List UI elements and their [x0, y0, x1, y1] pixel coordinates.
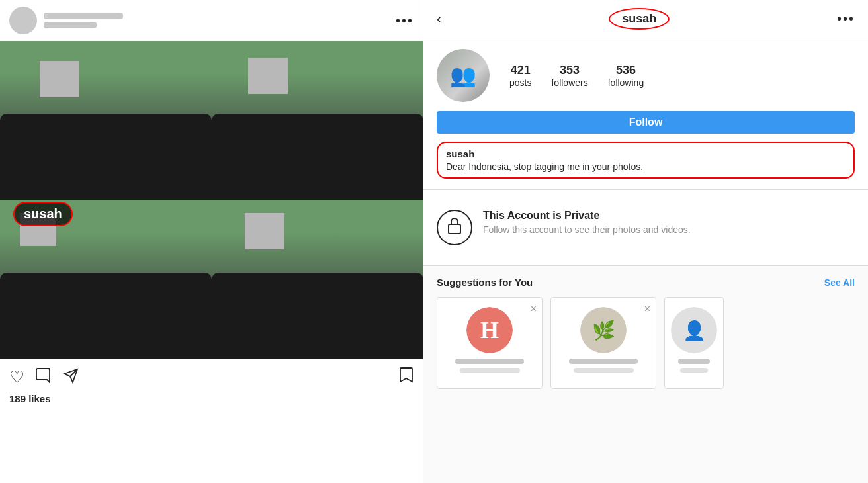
suggestion-avatar-1: H [466, 307, 513, 353]
profile-info: 👥 421 posts 353 followers 536 following [423, 38, 868, 190]
clothing-4 [212, 273, 423, 359]
share-icon[interactable] [63, 368, 79, 386]
heart-icon[interactable]: ♡ [9, 369, 24, 386]
profile-username-top: susah [609, 8, 670, 30]
suggestion-name-2 [569, 359, 638, 364]
profile-bio: susah Dear Indonesia, stop tagging me in… [437, 142, 855, 179]
private-desc: Follow this account to see their photos … [483, 224, 691, 235]
photo-grid: senang bersama susah [0, 41, 423, 359]
profile-more-button[interactable]: ••• [837, 11, 855, 26]
back-button[interactable]: ‹ [437, 11, 441, 28]
comment-icon[interactable] [35, 367, 52, 387]
following-count: 536 [616, 64, 636, 77]
lock-icon [447, 216, 462, 239]
bookmark-icon[interactable] [399, 367, 413, 388]
avatar-image: 👥 [437, 49, 490, 102]
see-all-link[interactable]: See All [824, 277, 855, 288]
clothing-1 [0, 114, 212, 200]
svg-rect-0 [449, 224, 460, 234]
profile-top-row: 👥 421 posts 353 followers 536 following [437, 49, 855, 102]
clothing-3 [0, 273, 212, 359]
face-blur-4 [245, 213, 284, 249]
posts-stat: 421 posts [509, 64, 531, 88]
close-button-1[interactable]: × [531, 303, 537, 315]
bio-name: susah [446, 148, 846, 159]
suggestion-avatar-3: 👤 [671, 307, 717, 353]
h-avatar: H [466, 307, 513, 353]
close-button-2[interactable]: × [644, 303, 650, 315]
subtitle-bar [44, 22, 97, 28]
grid-cell-1 [0, 41, 212, 200]
posts-label: posts [509, 77, 531, 88]
profile-topbar: ‹ susah ••• [423, 0, 868, 38]
profile-stats: 421 posts 353 followers 536 following [509, 64, 855, 88]
bio-text: Dear Indonesia, stop tagging me in your … [446, 161, 846, 172]
suggestion-sub-1 [460, 368, 520, 373]
followers-label: followers [551, 77, 587, 88]
suggestions-list: × H × 🌿 👤 [437, 297, 855, 389]
clothing-2 [212, 114, 423, 200]
lock-icon-wrap [437, 210, 472, 245]
username-area [44, 13, 123, 28]
left-panel: ••• senang bersama susah [0, 0, 423, 483]
post-header-left [9, 7, 123, 34]
third-avatar: 👤 [671, 307, 717, 353]
grid-cell-2 [212, 41, 423, 200]
suggestion-card-2: × 🌿 [550, 297, 656, 389]
suggestion-name-1 [455, 359, 524, 364]
avatar-placeholder-bg: 👥 [437, 49, 490, 102]
followers-stat: 353 followers [551, 64, 587, 88]
suggestions-header: Suggestions for You See All [437, 277, 855, 288]
following-label: following [608, 77, 644, 88]
follow-button[interactable]: Follow [437, 111, 855, 134]
private-text: This Account is Private Follow this acco… [483, 210, 691, 235]
followers-count: 353 [560, 64, 580, 77]
susah-tag-label[interactable]: susah [13, 202, 73, 226]
suggestion-sub-2 [574, 368, 634, 373]
suggestion-avatar-2: 🌿 [580, 307, 627, 353]
plant-avatar: 🌿 [580, 307, 627, 353]
face-blur-2 [248, 58, 288, 94]
avatar [9, 7, 37, 34]
username-bar [44, 13, 123, 19]
post-more-button[interactable]: ••• [396, 13, 413, 28]
private-title: This Account is Private [483, 210, 691, 222]
suggestion-name-3 [678, 359, 710, 364]
grid-cell-4 [212, 200, 423, 359]
action-icons: ♡ [9, 367, 79, 387]
following-stat: 536 following [608, 64, 644, 88]
profile-avatar: 👥 [437, 49, 490, 102]
suggestions-section: Suggestions for You See All × H × 🌿 [423, 266, 868, 400]
private-account-section: This Account is Private Follow this acco… [423, 190, 868, 266]
posts-count: 421 [511, 64, 531, 77]
likes-count: 189 likes [0, 392, 423, 406]
post-header: ••• [0, 0, 423, 41]
suggestion-sub-3 [680, 368, 708, 373]
right-panel: ‹ susah ••• 👥 421 posts [423, 0, 868, 483]
suggestion-card-3: 👤 [664, 297, 724, 389]
face-blur-1 [40, 61, 79, 97]
post-actions: ♡ [0, 359, 423, 392]
suggestions-title: Suggestions for You [437, 277, 533, 288]
suggestion-card-1: × H [437, 297, 542, 389]
